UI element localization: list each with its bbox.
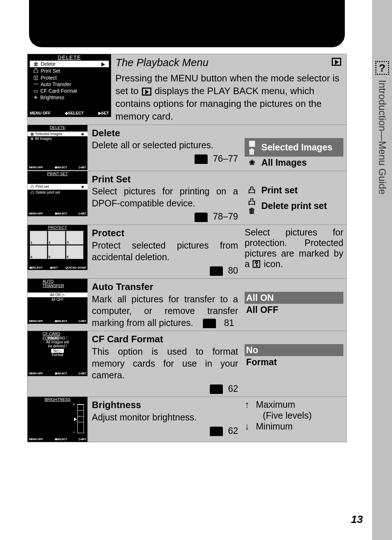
page-ref-icon	[210, 266, 223, 276]
page-ref-icon	[210, 384, 223, 394]
thumb-title: DELETE	[58, 54, 81, 60]
printset-desc: Print Set Select pictures for printing o…	[87, 171, 242, 225]
screenshot-printset: PRINT SET 凸Print set▶ 凸Delete print set …	[28, 171, 87, 216]
side-tab: ? Introduction—Menu Guide	[372, 0, 392, 540]
intro-row: DELETE 🗑Delete▶ 凸Print Set ⚿Protect 〰Aut…	[27, 54, 347, 125]
section-printset: PRINT SET 凸Print set▶ 凸Delete print set …	[27, 171, 347, 225]
side-tab-label: Introduction—Menu Guide	[376, 80, 388, 194]
printset-options: 凸Print set 凸🗑Delete print set	[242, 171, 346, 225]
top-black-region	[29, 0, 345, 47]
main-content: DELETE 🗑Delete▶ 凸Print Set ⚿Protect 〰Aut…	[27, 54, 347, 442]
help-icon: ?	[375, 61, 389, 75]
playback-icon-inline	[142, 88, 151, 96]
screenshot-autotransfer: AUTO TRANSFER All ON ▷ All OFF MENU OFF◆…	[28, 279, 87, 324]
page-number: 13	[351, 513, 363, 525]
page-ref-icon	[195, 213, 208, 222]
page-ref-icon	[203, 319, 216, 328]
screenshot-playback-menu: DELETE 🗑Delete▶ 凸Print Set ⚿Protect 〰Aut…	[28, 54, 111, 117]
intro-title: The Playback Menu	[115, 56, 343, 70]
cfformat-options: No Format	[242, 331, 346, 396]
delete-print-set-icon: 凸🗑	[246, 197, 258, 215]
cfformat-desc: CF Card Format This option is used to fo…	[87, 331, 242, 396]
arrow-up-icon	[245, 399, 249, 410]
screenshot-brightness: BRIGHTNESS + − MENU OFF◆SELECT▷SET	[28, 397, 87, 442]
section-protect: PROTECT 123 456 ◀SELECT◆SETQUICK▷ DONE P…	[27, 225, 347, 278]
section-cfformat: CF CARD FORMAT WARNING ! All images will…	[27, 331, 347, 396]
autotransfer-desc: Auto Transfer Mark all pictures for tran…	[87, 279, 242, 331]
all-images-icon: ❀	[246, 158, 258, 167]
section-autotransfer: AUTO TRANSFER All ON ▷ All OFF MENU OFF◆…	[27, 278, 347, 331]
key-icon: ⚿	[252, 259, 261, 269]
arrow-down-icon	[245, 421, 249, 432]
section-delete: DELETE ▦Selected Images▶ ❀All Images MEN…	[27, 125, 347, 171]
print-set-icon: 凸	[246, 185, 258, 195]
screenshot-protect: PROTECT 123 456 ◀SELECT◆SETQUICK▷ DONE	[28, 225, 87, 270]
selected-images-icon: ▦🗑	[246, 139, 258, 156]
intro-text: The Playback Menu Pressing the MENU butt…	[111, 54, 346, 125]
screenshot-cfformat: CF CARD FORMAT WARNING ! All images will…	[28, 331, 87, 376]
page-ref-icon	[210, 427, 223, 436]
page-ref-icon	[195, 154, 208, 164]
brightness-desc: Brightness Adjust monitor brightness. 62	[87, 397, 242, 442]
playback-icon	[332, 58, 341, 66]
protect-note: Select pictures for protection. Protecte…	[242, 225, 346, 278]
section-brightness: BRIGHTNESS + − MENU OFF◆SELECT▷SET Brigh…	[27, 396, 347, 442]
autotransfer-options: All ON All OFF	[242, 279, 346, 331]
protect-desc: Protect Protect selected pictures from a…	[87, 225, 242, 278]
delete-desc: Delete Delete all or selected pictures. …	[87, 125, 242, 171]
delete-options: ▦🗑Selected Images ❀All Images	[242, 125, 346, 171]
screenshot-delete: DELETE ▦Selected Images▶ ❀All Images MEN…	[28, 125, 87, 170]
brightness-scale: Maximum (Five levels) Minimum	[242, 397, 346, 442]
